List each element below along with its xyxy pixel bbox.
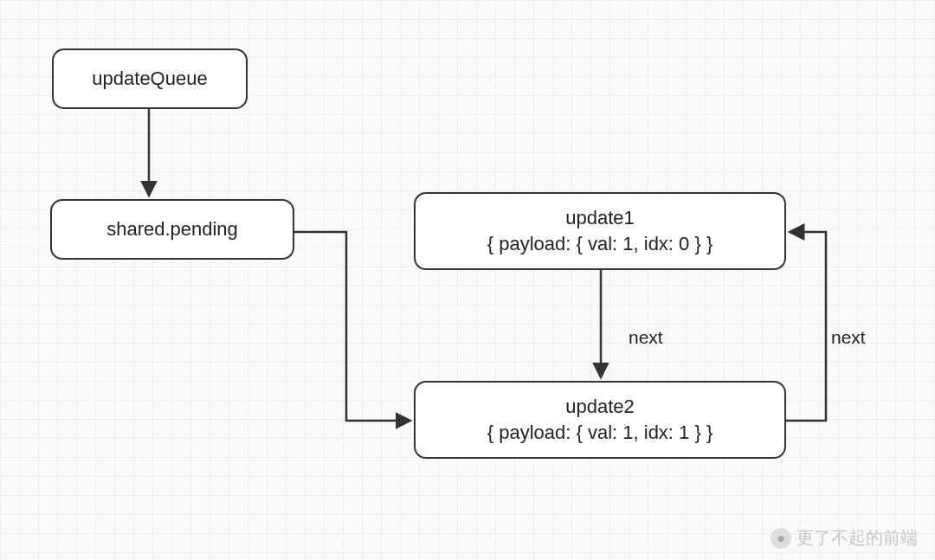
node-update1: update1 { payload: { val: 1, idx: 0 } }: [414, 192, 786, 270]
node-detail: { payload: { val: 1, idx: 1 } }: [487, 420, 713, 446]
node-update2: update2 { payload: { val: 1, idx: 1 } }: [414, 381, 786, 459]
watermark: ● 更了不起的前端: [771, 526, 918, 550]
arrow-pending-to-update2: [294, 232, 410, 421]
wechat-icon: ●: [771, 528, 791, 549]
node-title: update1: [565, 205, 635, 231]
node-shared-pending: shared.pending: [50, 199, 294, 260]
edge-label-next-up: next: [831, 327, 866, 348]
arrow-update2-to-update1: [786, 232, 826, 421]
edge-label-next-down: next: [629, 327, 663, 348]
node-label: shared.pending: [106, 216, 238, 242]
node-label: updateQueue: [92, 66, 207, 92]
watermark-text: 更了不起的前端: [796, 526, 918, 550]
node-update-queue: updateQueue: [52, 48, 248, 109]
node-title: update2: [565, 394, 635, 420]
node-detail: { payload: { val: 1, idx: 0 } }: [487, 231, 713, 257]
